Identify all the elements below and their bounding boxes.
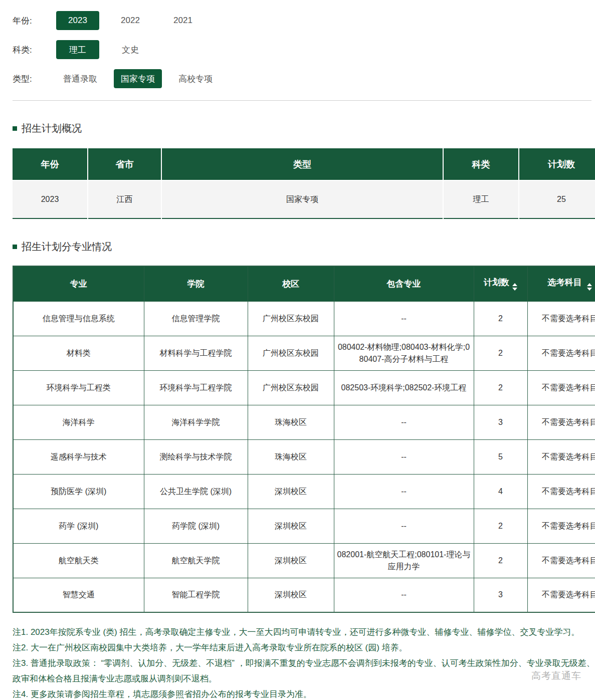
cell-included-majors: 080402-材料物理;080403-材料化学;080407-高分子材料与工程 (334, 336, 474, 370)
plan-table-wrap: 专业 学院 校区 包含专业 计划数 选考科目 信息管理与信息系统 信息管理学院 … (13, 266, 595, 613)
cell-campus: 广州校区东校园 (248, 336, 334, 370)
note-4: 注4. 更多政策请参阅招生章程，填志愿须参照省招办公布的报考专业目录为准。 (13, 686, 595, 700)
overview-cell-count: 25 (519, 180, 595, 218)
cell-included-majors: 082503-环境科学;082502-环境工程 (334, 370, 474, 405)
cell-exam-subjects: 不需要选考科目 (527, 509, 595, 543)
plan-col-exam-label: 选考科目 (547, 278, 581, 287)
overview-cell-subject: 理工 (443, 180, 519, 218)
cell-included-majors: -- (334, 301, 474, 336)
filter-subject-label: 科类: (13, 44, 56, 56)
cell-count: 4 (474, 474, 527, 509)
filter-row-type: 类型: 普通录取 国家专项 高校专项 (13, 64, 595, 93)
plan-col-college: 学院 (144, 266, 248, 301)
watermark-logo: 高考直通车 (531, 669, 581, 682)
section-divider (13, 100, 591, 101)
overview-data-row: 2023 江西 国家专项 理工 25 (13, 180, 595, 218)
type-option-regular[interactable]: 普通录取 (56, 69, 104, 88)
cell-included-majors: -- (334, 509, 474, 543)
overview-table: 年份 省市 类型 科类 计划数 2023 江西 国家专项 理工 25 (13, 148, 595, 219)
cell-college: 信息管理学院 (144, 301, 248, 336)
filter-type-options: 普通录取 国家专项 高校专项 (56, 69, 229, 88)
table-row: 智慧交通 智能工程学院 深圳校区 -- 3 不需要选考科目 (13, 578, 595, 612)
type-option-national[interactable]: 国家专项 (114, 69, 162, 88)
cell-count: 2 (474, 370, 527, 405)
filter-subject-options: 理工 文史 (56, 40, 161, 59)
square-bullet-icon (13, 126, 17, 131)
sort-icon[interactable] (512, 283, 517, 291)
subject-option-liberal[interactable]: 文史 (109, 40, 152, 59)
cell-college: 测绘科学与技术学院 (144, 439, 248, 474)
sort-icon[interactable] (587, 283, 592, 291)
cell-major: 药学 (深圳) (13, 509, 144, 543)
overview-section-title: 招生计划概况 (13, 122, 595, 135)
overview-title-text: 招生计划概况 (22, 122, 82, 135)
overview-cell-type: 国家专项 (161, 180, 443, 218)
filter-year-label: 年份: (13, 15, 56, 27)
cell-included-majors: -- (334, 405, 474, 439)
overview-col-province: 省市 (88, 148, 161, 180)
plan-header-row: 专业 学院 校区 包含专业 计划数 选考科目 (13, 266, 595, 301)
cell-major: 海洋科学 (13, 405, 144, 439)
cell-campus: 深圳校区 (248, 578, 334, 612)
plan-col-campus: 校区 (248, 266, 334, 301)
cell-included-majors: -- (334, 474, 474, 509)
cell-college: 海洋科学学院 (144, 405, 248, 439)
cell-included-majors: -- (334, 578, 474, 612)
square-bullet-icon (13, 245, 17, 249)
year-option-2021[interactable]: 2021 (161, 11, 205, 30)
filter-year-options: 2023 2022 2021 (56, 11, 214, 30)
cell-count: 2 (474, 336, 527, 370)
plan-table: 专业 学院 校区 包含专业 计划数 选考科目 信息管理与信息系统 信息管理学院 … (13, 266, 595, 613)
plan-col-count-label: 计划数 (484, 278, 509, 287)
cell-college: 材料科学与工程学院 (144, 336, 248, 370)
table-row: 环境科学与工程类 环境科学与工程学院 广州校区东校园 082503-环境科学;0… (13, 370, 595, 405)
cell-exam-subjects: 不需要选考科目 (527, 474, 595, 509)
notes-block: 注1. 2023年按院系专业 (类) 招生，高考录取确定主修专业，大一至大四均可… (13, 624, 595, 700)
table-row: 海洋科学 海洋科学学院 珠海校区 -- 3 不需要选考科目 (13, 405, 595, 439)
overview-col-count: 计划数 (519, 148, 595, 180)
plan-col-count[interactable]: 计划数 (474, 266, 527, 301)
cell-campus: 珠海校区 (248, 405, 334, 439)
cell-college: 航空航天学院 (144, 543, 248, 578)
cell-college: 智能工程学院 (144, 578, 248, 612)
filter-row-subject: 科类: 理工 文史 (13, 35, 595, 64)
cell-major: 环境科学与工程类 (13, 370, 144, 405)
cell-exam-subjects: 不需要选考科目 (527, 543, 595, 578)
cell-major: 信息管理与信息系统 (13, 301, 144, 336)
overview-cell-year: 2023 (13, 180, 88, 218)
filter-type-label: 类型: (13, 73, 56, 85)
cell-exam-subjects: 不需要选考科目 (527, 336, 595, 370)
plan-section-title: 招生计划分专业情况 (13, 240, 595, 254)
cell-exam-subjects: 不需要选考科目 (527, 370, 595, 405)
cell-count: 2 (474, 509, 527, 543)
overview-col-year: 年份 (13, 148, 88, 180)
admission-plan-page: 年份: 2023 2022 2021 科类: 理工 文史 类型: 普通录取 国家… (0, 0, 595, 700)
year-option-2023[interactable]: 2023 (56, 11, 99, 30)
overview-col-type: 类型 (161, 148, 443, 180)
cell-major: 航空航天类 (13, 543, 144, 578)
table-row: 药学 (深圳) 药学院 (深圳) 深圳校区 -- 2 不需要选考科目 (13, 509, 595, 543)
cell-campus: 珠海校区 (248, 439, 334, 474)
cell-count: 5 (474, 439, 527, 474)
cell-exam-subjects: 不需要选考科目 (527, 439, 595, 474)
filter-row-year: 年份: 2023 2022 2021 (13, 6, 595, 35)
plan-col-exam-subjects[interactable]: 选考科目 (527, 266, 595, 301)
overview-cell-province: 江西 (88, 180, 161, 218)
type-option-university[interactable]: 高校专项 (171, 69, 220, 88)
cell-college: 环境科学与工程学院 (144, 370, 248, 405)
year-option-2022[interactable]: 2022 (109, 11, 152, 30)
cell-college: 公共卫生学院 (深圳) (144, 474, 248, 509)
cell-exam-subjects: 不需要选考科目 (527, 301, 595, 336)
cell-major: 预防医学 (深圳) (13, 474, 144, 509)
table-row: 航空航天类 航空航天学院 深圳校区 082001-航空航天工程;080101-理… (13, 543, 595, 578)
cell-campus: 广州校区东校园 (248, 301, 334, 336)
cell-major: 智慧交通 (13, 578, 144, 612)
overview-table-wrap: 年份 省市 类型 科类 计划数 2023 江西 国家专项 理工 25 (13, 148, 595, 219)
cell-campus: 深圳校区 (248, 474, 334, 509)
cell-exam-subjects: 不需要选考科目 (527, 578, 595, 612)
cell-campus: 深圳校区 (248, 543, 334, 578)
cell-exam-subjects: 不需要选考科目 (527, 405, 595, 439)
subject-option-science[interactable]: 理工 (56, 40, 99, 59)
plan-col-major: 专业 (13, 266, 144, 301)
plan-col-included-majors: 包含专业 (334, 266, 474, 301)
